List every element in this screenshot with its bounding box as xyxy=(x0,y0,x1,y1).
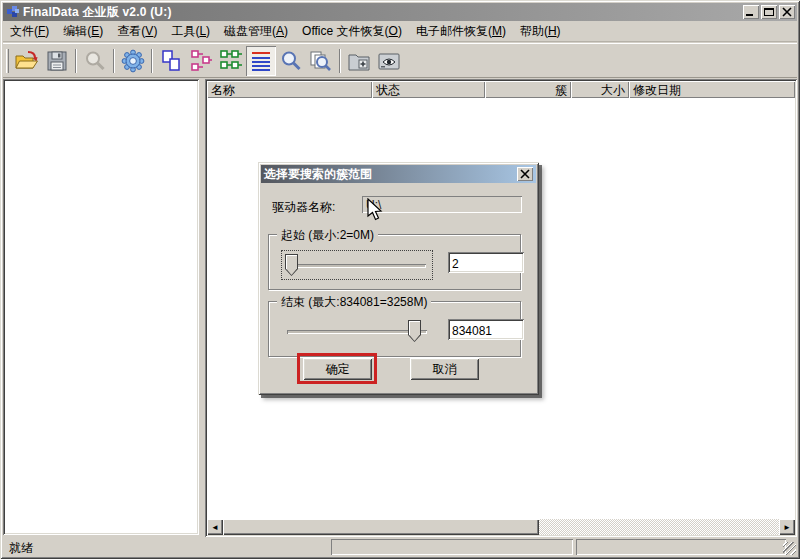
end-cluster-input[interactable] xyxy=(448,319,524,340)
toolbar-add-folder-button[interactable] xyxy=(344,46,374,76)
toolbar-search-button[interactable] xyxy=(276,46,306,76)
column-header-5[interactable]: 修改日期 xyxy=(629,81,795,98)
toolbar-open-file-button[interactable] xyxy=(12,46,42,76)
dialog-title: 选择要搜索的簇范围 xyxy=(264,166,372,183)
toolbar-separator xyxy=(75,49,77,73)
toolbar-separator xyxy=(113,49,115,73)
toolbar-search-files-button[interactable] xyxy=(306,46,336,76)
scroll-right-arrow[interactable]: ► xyxy=(779,519,795,535)
status-message: 就绪 xyxy=(9,540,33,557)
end-cluster-group: 结束 (最大:834081=3258M) xyxy=(268,301,521,357)
ok-button[interactable]: 确定 xyxy=(303,358,372,380)
cluster-range-dialog: 选择要搜索的簇范围 驱动器名称: U:\ 起始 (最小:2=0M) 结束 (最大… xyxy=(258,162,539,395)
column-header-1[interactable]: 名称 xyxy=(207,81,372,98)
toolbar-grip[interactable] xyxy=(6,49,9,73)
menu-item-o[interactable]: Office 文件恢复(O) xyxy=(295,21,409,42)
disk-image-icon xyxy=(377,49,401,73)
toolbar-disk-image-button[interactable] xyxy=(374,46,404,76)
column-header-3[interactable]: 簇 xyxy=(485,81,571,98)
save-icon xyxy=(45,49,69,73)
scrollbar-thumb[interactable] xyxy=(223,519,539,535)
start-group-label: 起始 (最小:2=0M) xyxy=(277,227,378,244)
app-icon xyxy=(6,5,20,19)
add-folder-icon xyxy=(347,49,371,73)
drive-name-label: 驱动器名称: xyxy=(272,199,335,216)
menu-item-v[interactable]: 查看(V) xyxy=(110,21,164,42)
toolbar xyxy=(3,43,797,78)
menu-bar: 文件(F)编辑(E)查看(V)工具(L)磁盘管理(A)Office 文件恢复(O… xyxy=(3,22,797,42)
status-bar: 就绪 xyxy=(3,538,797,556)
toolbar-cluster-nodes-green-button[interactable] xyxy=(216,46,246,76)
menu-item-m[interactable]: 电子邮件恢复(M) xyxy=(409,21,513,42)
end-cluster-slider[interactable] xyxy=(281,317,433,347)
start-cluster-group: 起始 (最小:2=0M) xyxy=(268,234,521,290)
directory-tree-panel[interactable] xyxy=(3,79,199,535)
status-panel-1 xyxy=(331,539,573,555)
toolbar-zoom-button[interactable] xyxy=(80,46,110,76)
toolbar-copy-files-button[interactable] xyxy=(156,46,186,76)
resize-grip[interactable] xyxy=(783,542,796,555)
copy-files-icon xyxy=(159,49,183,73)
horizontal-scrollbar[interactable]: ◄ ► xyxy=(207,519,795,535)
menu-item-f[interactable]: 文件(F) xyxy=(3,21,56,42)
menu-item-h[interactable]: 帮助(H) xyxy=(513,21,568,42)
title-bar[interactable]: FinalData 企业版 v2.0 (U:) xyxy=(3,3,797,21)
end-slider-track[interactable] xyxy=(287,330,427,334)
file-list-header: 名称状态簇大小修改日期 xyxy=(207,81,795,98)
close-button[interactable] xyxy=(779,5,795,19)
toolbar-save-button[interactable] xyxy=(42,46,72,76)
end-group-label: 结束 (最大:834081=3258M) xyxy=(277,294,431,311)
scroll-left-arrow[interactable]: ◄ xyxy=(207,519,223,535)
app-window: FinalData 企业版 v2.0 (U:) 文件(F)编辑(E)查看(V)工… xyxy=(0,0,800,559)
dialog-close-button[interactable] xyxy=(517,167,533,181)
column-header-4[interactable]: 大小 xyxy=(571,81,629,98)
toolbar-settings-gear-button[interactable] xyxy=(118,46,148,76)
start-slider-thumb[interactable] xyxy=(285,254,298,276)
search-icon xyxy=(279,49,303,73)
end-slider-thumb[interactable] xyxy=(408,320,421,342)
start-cluster-input[interactable] xyxy=(448,252,524,273)
menu-item-l[interactable]: 工具(L) xyxy=(164,21,217,42)
minimize-button[interactable] xyxy=(743,5,759,19)
maximize-button[interactable] xyxy=(761,5,777,19)
window-title: FinalData 企业版 v2.0 (U:) xyxy=(23,4,172,21)
toolbar-separator xyxy=(339,49,341,73)
zoom-icon xyxy=(83,49,107,73)
start-slider-track[interactable] xyxy=(288,264,426,268)
toolbar-separator xyxy=(151,49,153,73)
column-header-2[interactable]: 状态 xyxy=(372,81,485,98)
dialog-title-bar[interactable]: 选择要搜索的簇范围 xyxy=(261,165,536,183)
cancel-button[interactable]: 取消 xyxy=(410,358,479,380)
toolbar-cluster-nodes-pink-button[interactable] xyxy=(186,46,216,76)
menu-item-a[interactable]: 磁盘管理(A) xyxy=(217,21,295,42)
cluster-nodes-green-icon xyxy=(219,49,243,73)
menu-item-e[interactable]: 编辑(E) xyxy=(56,21,110,42)
drive-name-field: U:\ xyxy=(362,196,522,213)
start-cluster-slider[interactable] xyxy=(281,250,433,280)
status-panel-2 xyxy=(576,539,786,555)
settings-gear-icon xyxy=(120,48,146,74)
window-controls xyxy=(743,5,795,19)
list-view-icon xyxy=(249,49,273,73)
cluster-nodes-pink-icon xyxy=(189,49,213,73)
open-file-icon xyxy=(14,48,40,74)
toolbar-list-view-button[interactable] xyxy=(246,46,276,76)
search-files-icon xyxy=(309,49,333,73)
